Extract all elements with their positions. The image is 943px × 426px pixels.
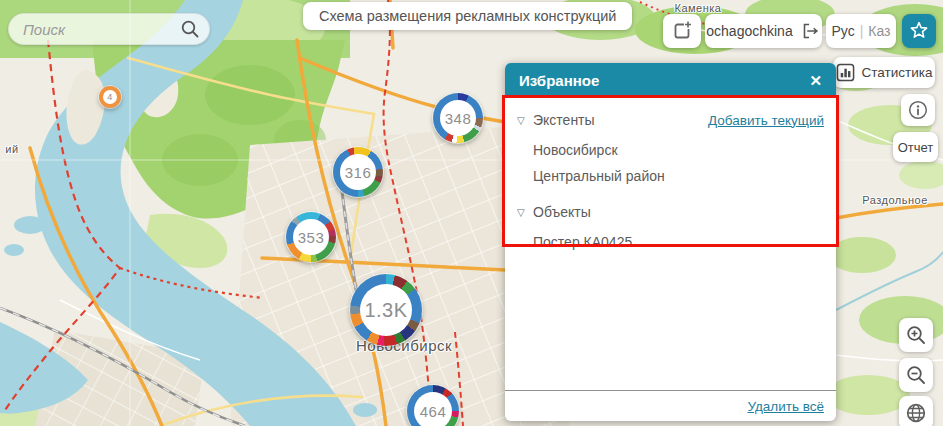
- lang-ru[interactable]: Рус: [831, 23, 854, 39]
- favorite-extent-item[interactable]: Центральный район: [517, 163, 824, 189]
- favorite-extent-item[interactable]: Новосибирск: [517, 137, 824, 163]
- map-cluster-464[interactable]: 464: [407, 385, 459, 426]
- statistics-label: Статистика: [862, 65, 933, 80]
- search-box: [8, 13, 210, 45]
- star-icon: [906, 18, 932, 44]
- bar-chart-icon: [836, 63, 855, 82]
- chevron-down-icon[interactable]: ▽: [517, 207, 533, 218]
- statistics-button[interactable]: Статистика: [833, 57, 935, 88]
- report-label: Отчет: [898, 140, 934, 155]
- info-icon: [907, 99, 929, 121]
- search-icon[interactable]: [179, 18, 201, 40]
- cluster-count: 4: [103, 90, 117, 104]
- report-button[interactable]: Отчет: [893, 132, 938, 162]
- add-current-link[interactable]: Добавить текущий: [708, 113, 824, 128]
- map-cluster-1.3K[interactable]: 1.3K: [350, 274, 422, 346]
- add-extent-icon: [671, 20, 693, 42]
- favorites-panel-header: Избранное ✕: [505, 63, 836, 97]
- cluster-count: 464: [414, 392, 452, 426]
- favorites-list: ▽ Экстенты Добавить текущий Новосибирск …: [505, 97, 836, 390]
- logout-icon[interactable]: [799, 20, 821, 42]
- globe-icon: [904, 401, 928, 425]
- info-button[interactable]: [901, 94, 935, 126]
- lang-separator: |: [860, 23, 864, 39]
- page-title: Схема размещения рекламных конструкций: [303, 2, 632, 30]
- map-cluster-316[interactable]: 316: [333, 147, 383, 197]
- chevron-down-icon[interactable]: ▽: [517, 115, 533, 126]
- close-icon[interactable]: ✕: [807, 71, 824, 90]
- add-extent-button[interactable]: [663, 14, 701, 48]
- zoom-in-icon: [904, 323, 928, 347]
- map-application: КаменкаРаздольноеНовосибирский 434831635…: [0, 0, 943, 426]
- cluster-count: 1.3K: [360, 284, 412, 336]
- favorite-object-item[interactable]: Постер КА0425: [517, 229, 824, 255]
- language-switcher: Рус | Каз: [826, 14, 896, 48]
- favorites-panel-title: Избранное: [519, 72, 599, 89]
- lang-kz[interactable]: Каз: [868, 23, 890, 39]
- favorites-panel: Избранное ✕ ▽ Экстенты Добавить текущий …: [505, 63, 836, 421]
- cluster-count: 353: [293, 219, 329, 255]
- favorites-button[interactable]: [902, 14, 936, 48]
- delete-all-link[interactable]: Удалить всё: [747, 399, 824, 414]
- map-cluster-353[interactable]: 353: [286, 212, 336, 262]
- cluster-count: 348: [440, 100, 476, 136]
- section-objects-label: Объекты: [533, 204, 591, 220]
- section-extents-label: Экстенты: [533, 112, 595, 128]
- favorites-panel-footer: Удалить всё: [505, 390, 836, 421]
- user-menu[interactable]: ochagochkina: [705, 14, 822, 48]
- zoom-out-icon: [904, 363, 928, 387]
- map-cluster-348[interactable]: 348: [433, 93, 483, 143]
- zoom-out-button[interactable]: [899, 358, 933, 392]
- map-cluster-4[interactable]: 4: [99, 86, 121, 108]
- cluster-count: 316: [340, 154, 376, 190]
- zoom-in-button[interactable]: [899, 318, 933, 352]
- username: ochagochkina: [706, 23, 792, 39]
- world-extent-button[interactable]: [899, 396, 933, 426]
